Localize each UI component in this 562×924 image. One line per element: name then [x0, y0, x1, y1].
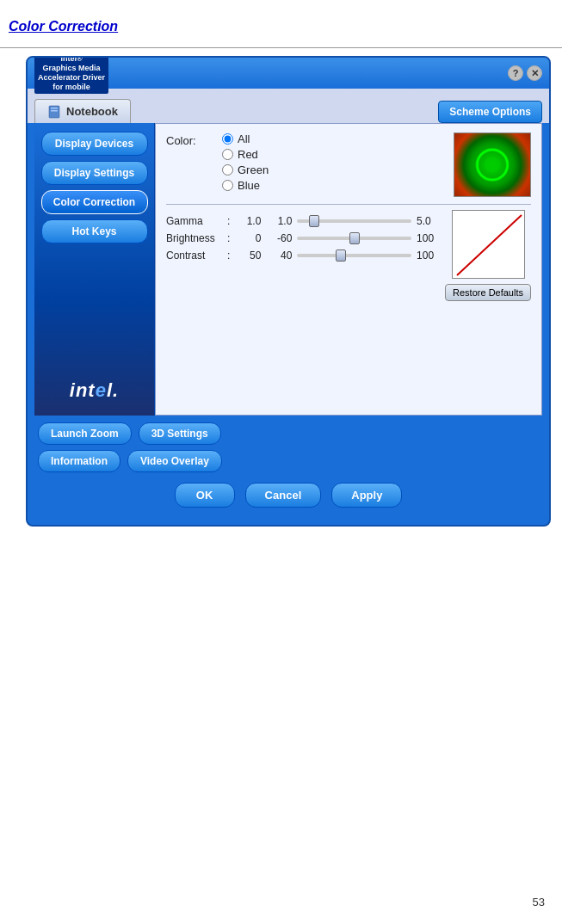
svg-rect-2	[51, 110, 58, 112]
gamma-label: Gamma	[166, 215, 222, 227]
ok-button[interactable]: OK	[175, 483, 235, 508]
contrast-current: 50	[235, 249, 261, 262]
brightness-current: 0	[235, 232, 261, 244]
gamma-thumb[interactable]	[309, 215, 319, 227]
brightness-track[interactable]	[297, 237, 411, 240]
notebook-tab-label: Notebook	[66, 105, 118, 118]
color-option-red[interactable]: Red	[222, 148, 269, 161]
sidebar: Display Devices Display Settings Color C…	[34, 123, 155, 416]
ok-cancel-row: OK Cancel Apply	[28, 476, 549, 516]
gamma-current: 1.0	[235, 215, 261, 227]
title-bar-controls: ? ✕	[508, 65, 542, 81]
color-preview	[454, 132, 531, 197]
brightness-row: Brightness : 0 -60 100	[166, 232, 438, 244]
brightness-label: Brightness	[166, 232, 222, 244]
sidebar-item-color-correction[interactable]: Color Correction	[41, 190, 148, 214]
brightness-val2: -60	[266, 232, 292, 244]
contrast-max: 100	[417, 249, 438, 262]
restore-defaults-button[interactable]: Restore Defaults	[445, 284, 531, 301]
brightness-colon: :	[227, 232, 230, 244]
contrast-val2: 40	[266, 249, 292, 262]
help-button[interactable]: ?	[508, 65, 523, 81]
brightness-max: 100	[417, 232, 438, 244]
contrast-thumb[interactable]	[336, 249, 346, 262]
cancel-button[interactable]: Cancel	[245, 483, 322, 508]
sidebar-item-hot-keys[interactable]: Hot Keys	[41, 219, 148, 243]
content-area: Display Devices Display Settings Color C…	[34, 123, 542, 416]
main-panel: Color: All Red Green Blue	[155, 123, 542, 416]
notebook-tab[interactable]: Notebook	[34, 99, 131, 123]
panel-divider-1	[166, 204, 531, 205]
svg-rect-1	[51, 108, 58, 109]
title-bar: Intel® Graphics Media Accelerator Driver…	[28, 58, 549, 89]
graph-preview	[452, 210, 525, 279]
gamma-max: 5.0	[417, 215, 438, 227]
color-radio-group: All Red Green Blue	[222, 132, 269, 192]
sliders-graph-area: Gamma : 1.0 1.0 5.0 Brightness : 0	[166, 210, 531, 301]
gamma-row: Gamma : 1.0 1.0 5.0	[166, 215, 438, 227]
gamma-track[interactable]	[297, 219, 411, 223]
bottom-buttons: Launch Zoom 3D Settings	[28, 416, 549, 448]
notebook-icon	[47, 105, 61, 119]
color-option-blue[interactable]: Blue	[222, 179, 269, 192]
close-button[interactable]: ✕	[527, 65, 542, 81]
sliders-area: Gamma : 1.0 1.0 5.0 Brightness : 0	[166, 210, 438, 301]
color-option-all[interactable]: All	[222, 132, 269, 145]
gamma-colon: :	[227, 215, 230, 227]
dialog-window: Intel® Graphics Media Accelerator Driver…	[26, 56, 551, 527]
page-number: 53	[533, 896, 545, 909]
intel-logo-small: Intel® Graphics Media Accelerator Driver…	[34, 56, 108, 94]
contrast-label: Contrast	[166, 249, 222, 262]
scheme-options-button[interactable]: Scheme Options	[438, 101, 542, 123]
launch-zoom-button[interactable]: Launch Zoom	[38, 422, 132, 445]
graph-restore-area: Restore Defaults	[445, 210, 531, 301]
apply-button[interactable]: Apply	[331, 483, 402, 508]
tab-bar: Notebook Scheme Options	[28, 89, 549, 123]
gamma-val2: 1.0	[266, 215, 292, 227]
sidebar-item-display-settings[interactable]: Display Settings	[41, 161, 148, 185]
color-option-green[interactable]: Green	[222, 163, 269, 176]
contrast-colon: :	[227, 249, 230, 262]
title-divider	[0, 47, 562, 48]
bottom-buttons-row2: Information Video Overlay	[28, 448, 549, 476]
intel-logo-large: intel.	[70, 379, 119, 402]
contrast-row: Contrast : 50 40 100	[166, 249, 438, 262]
page-title: Color Correction	[9, 19, 118, 34]
information-button[interactable]: Information	[38, 450, 120, 472]
brightness-thumb[interactable]	[349, 232, 360, 244]
sidebar-item-display-devices[interactable]: Display Devices	[41, 132, 148, 156]
color-label: Color:	[166, 134, 213, 147]
color-row: Color: All Red Green Blue	[166, 132, 531, 197]
3d-settings-button[interactable]: 3D Settings	[139, 422, 221, 445]
contrast-track[interactable]	[297, 254, 411, 257]
title-bar-logo: Intel® Graphics Media Accelerator Driver…	[34, 56, 108, 94]
video-overlay-button[interactable]: Video Overlay	[127, 450, 222, 472]
